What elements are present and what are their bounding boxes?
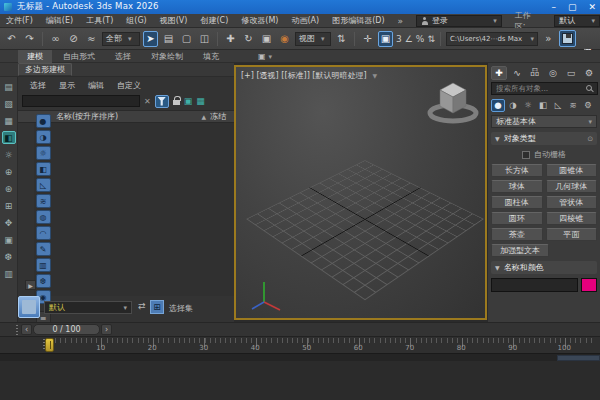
- menu-item[interactable]: 修改器(M): [241, 15, 278, 26]
- left-toolbar-icon[interactable]: ⊛: [2, 182, 16, 195]
- menu-item[interactable]: 编辑(E): [46, 15, 73, 26]
- primitive-button[interactable]: 平面: [546, 228, 598, 241]
- display-filter-icon[interactable]: ●: [36, 114, 51, 128]
- snap-toggle-icon[interactable]: ▣: [378, 31, 393, 47]
- reference-coordinate-dropdown[interactable]: 视图 ▾: [295, 32, 331, 46]
- scene-explorer-menu-item[interactable]: 编辑: [88, 80, 104, 91]
- workspace-dropdown[interactable]: 默认 ▾: [554, 15, 600, 27]
- scene-explorer-list[interactable]: [34, 123, 234, 296]
- bind-spacewarp-icon[interactable]: ≈: [84, 31, 99, 47]
- lock-icon[interactable]: [173, 100, 180, 105]
- save-button[interactable]: [559, 30, 576, 47]
- previous-frame-button[interactable]: ‹: [21, 324, 32, 335]
- ribbon-tab[interactable]: 自由形式: [54, 50, 104, 63]
- left-toolbar-icon[interactable]: ▥: [2, 267, 16, 280]
- object-color-swatch[interactable]: [581, 278, 597, 292]
- ribbon-tab[interactable]: 建模: [18, 50, 52, 63]
- timeline-ruler[interactable]: 102030405060708090100: [0, 336, 600, 353]
- display-filter-icon[interactable]: ◠: [36, 226, 51, 240]
- minimize-button[interactable]: –: [551, 2, 556, 12]
- left-toolbar-icon[interactable]: ▧: [2, 97, 16, 110]
- keyboard-override-icon[interactable]: ✛: [360, 31, 375, 47]
- column-frozen-header[interactable]: 冻结: [210, 111, 226, 122]
- search-all-objects-input[interactable]: [491, 82, 598, 95]
- scene-explorer-menu-item[interactable]: 显示: [59, 80, 75, 91]
- primitive-button[interactable]: 球体: [491, 180, 543, 193]
- viewcube[interactable]: [425, 77, 481, 125]
- frame-counter[interactable]: 0 / 100: [33, 324, 100, 335]
- filter-button[interactable]: [155, 95, 169, 108]
- object-type-rollout[interactable]: ▼ 对象类型 ⊙: [491, 132, 597, 145]
- move-icon[interactable]: ✚: [223, 31, 238, 47]
- layout-tab-button[interactable]: [18, 296, 40, 318]
- primitive-button[interactable]: 长方体: [491, 164, 543, 177]
- drag-handle[interactable]: [16, 325, 18, 335]
- create-category-icon[interactable]: ●: [491, 99, 505, 112]
- scene-explorer-menu-item[interactable]: 选择: [30, 80, 46, 91]
- next-frame-button[interactable]: ›: [101, 324, 112, 335]
- menu-item[interactable]: 视图(V): [160, 15, 188, 26]
- ribbon-subtab-polymodeling[interactable]: 多边形建模: [18, 63, 72, 76]
- pin-icon[interactable]: ⊙: [587, 135, 593, 143]
- command-panel-tab[interactable]: ✚: [491, 66, 507, 80]
- ribbon-config-dropdown[interactable]: ▣ ▾: [258, 52, 272, 61]
- menu-overflow-icon[interactable]: »: [398, 16, 404, 26]
- create-category-icon[interactable]: ≋: [566, 99, 580, 112]
- perspective-viewport[interactable]: [+] [透视] [[标准]] [默认明暗处理] ▼: [234, 65, 487, 320]
- named-selection-set-dropdown[interactable]: 默认 ▾: [44, 301, 132, 314]
- menu-item[interactable]: 工具(T): [86, 15, 113, 26]
- rotate-icon[interactable]: ↻: [241, 31, 256, 47]
- spinner-snap-icon[interactable]: ⇅Ω: [427, 34, 435, 44]
- region-select-icon[interactable]: ▢: [179, 31, 194, 47]
- command-panel-tab[interactable]: ⚙: [581, 66, 597, 80]
- left-toolbar-icon[interactable]: ▣: [2, 233, 16, 246]
- ribbon-tab[interactable]: 对象绘制: [142, 50, 192, 63]
- ribbon-tab[interactable]: 选择: [106, 50, 140, 63]
- snap-3d-icon[interactable]: 3Ω: [396, 34, 402, 44]
- left-toolbar-icon[interactable]: ▦: [2, 114, 16, 127]
- clear-search-icon[interactable]: ✕: [144, 97, 151, 106]
- display-filter-icon[interactable]: ☼: [36, 146, 51, 160]
- left-toolbar-icon[interactable]: ✥: [2, 216, 16, 229]
- undo-icon[interactable]: ↶: [4, 31, 19, 47]
- text-plus-button[interactable]: 加强型文本: [491, 244, 549, 257]
- login-dropdown[interactable]: 登录 ▾: [416, 15, 502, 27]
- viewport-label-text[interactable]: [+] [透视] [[标准]] [默认明暗处理]: [241, 70, 367, 81]
- ribbon-tab[interactable]: 填充: [194, 50, 228, 63]
- primitive-button[interactable]: 圆柱体: [491, 196, 543, 209]
- swap-icon[interactable]: ⇄: [138, 301, 146, 311]
- create-category-icon[interactable]: ☼: [521, 99, 535, 112]
- left-toolbar-icon[interactable]: ◧: [2, 131, 16, 144]
- autogrid-checkbox[interactable]: [522, 151, 530, 159]
- select-object-icon[interactable]: ➤: [143, 31, 158, 47]
- menu-item[interactable]: 组(G): [126, 15, 146, 26]
- primitive-category-dropdown[interactable]: 标准基本体 ▾: [491, 115, 597, 128]
- display-filter-icon[interactable]: ❆: [36, 274, 51, 288]
- angle-snap-icon[interactable]: ∠Ω: [405, 34, 413, 44]
- unlink-icon[interactable]: ⊘: [66, 31, 81, 47]
- primitive-button[interactable]: 圆锥体: [546, 164, 598, 177]
- close-button[interactable]: ✕: [588, 2, 596, 12]
- left-toolbar-icon[interactable]: ⊞: [2, 199, 16, 212]
- left-toolbar-icon[interactable]: ⊕: [2, 165, 16, 178]
- percent-snap-icon[interactable]: %Ω: [416, 34, 425, 44]
- object-name-input[interactable]: [491, 278, 578, 292]
- create-category-icon[interactable]: ◑: [506, 99, 520, 112]
- menu-item[interactable]: 图形编辑器(D): [332, 15, 384, 26]
- toolbar-overflow-icon[interactable]: »: [541, 31, 556, 47]
- select-place-icon[interactable]: ◉: [277, 31, 292, 47]
- name-color-rollout[interactable]: ▼ 名称和颜色: [491, 261, 597, 274]
- left-toolbar-icon[interactable]: ❆: [2, 250, 16, 263]
- column-name-header[interactable]: 名称(按升序排序): [56, 111, 118, 122]
- command-panel-tab[interactable]: 品: [527, 66, 543, 80]
- flyout-arrow-icon[interactable]: ▶: [25, 280, 36, 290]
- menu-item[interactable]: 创建(C): [200, 15, 228, 26]
- maximize-button[interactable]: ▢: [568, 2, 577, 12]
- command-panel-tab[interactable]: ◎: [545, 66, 561, 80]
- menu-item[interactable]: 动画(A): [291, 15, 319, 26]
- display-filter-icon[interactable]: ◍: [36, 210, 51, 224]
- explorer-settings-icon[interactable]: ▦: [196, 96, 205, 106]
- menu-item[interactable]: 文件(F): [6, 15, 33, 26]
- primitive-button[interactable]: 茶壶: [491, 228, 543, 241]
- link-icon[interactable]: ∞: [48, 31, 63, 47]
